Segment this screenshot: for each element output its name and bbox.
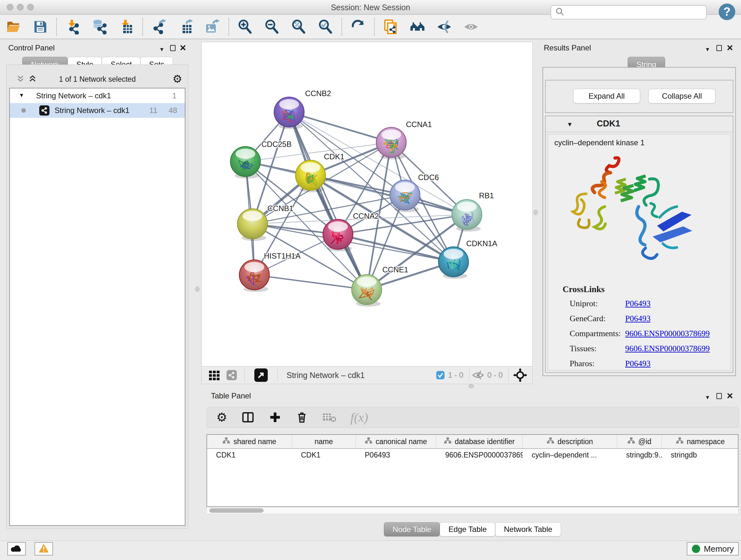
right-splitter-handle[interactable] xyxy=(534,210,538,215)
panel-menu-icon[interactable]: ▾ xyxy=(160,45,163,53)
crosslink-row: Uniprot:P06493 xyxy=(562,299,724,308)
memory-button[interactable]: Memory xyxy=(687,542,739,556)
float-panel-icon[interactable] xyxy=(717,45,722,51)
table-cell[interactable]: stringdb xyxy=(662,449,738,462)
show-all-icon[interactable] xyxy=(463,18,479,35)
node-CCNE1[interactable]: CCNE1 xyxy=(352,265,408,307)
zoom-out-icon[interactable] xyxy=(264,18,280,35)
cloud-status-button[interactable] xyxy=(7,542,26,556)
column-header-canonical-name[interactable]: canonical name xyxy=(356,435,436,448)
panel-menu-icon[interactable]: ▾ xyxy=(706,45,709,53)
bottom-splitter-handle[interactable] xyxy=(468,384,474,388)
protein-description: cyclin–dependent kinase 1 xyxy=(554,138,645,147)
network-row[interactable]: String Network – cdk1 11 48 xyxy=(10,103,185,118)
search-box[interactable] xyxy=(550,5,707,19)
collapse-all-button[interactable]: Collapse All xyxy=(649,89,716,104)
tab-edge-table[interactable]: Edge Table xyxy=(440,522,495,537)
search-input[interactable] xyxy=(564,8,698,17)
edge-CCNB2-CCNA1[interactable] xyxy=(289,112,391,142)
warning-icon xyxy=(38,543,49,554)
column-header-shared-name[interactable]: shared name xyxy=(207,435,292,448)
float-panel-icon[interactable] xyxy=(717,393,722,399)
disclosure-triangle-icon[interactable]: ▼ xyxy=(567,121,573,128)
hidden-eye-icon[interactable] xyxy=(472,370,484,380)
tab-network-table[interactable]: Network Table xyxy=(495,522,561,537)
table-cell[interactable]: CDK1 xyxy=(292,449,356,462)
delete-column-icon[interactable] xyxy=(295,411,308,424)
detach-view-icon[interactable] xyxy=(254,368,268,382)
export-image-icon[interactable] xyxy=(204,18,221,35)
expand-all-button[interactable]: Expand All xyxy=(573,89,640,104)
network-type-icon xyxy=(39,105,50,116)
open-folder-icon[interactable] xyxy=(5,18,22,35)
import-database-icon[interactable] xyxy=(91,18,108,35)
float-panel-icon[interactable] xyxy=(170,45,176,51)
network-icon[interactable] xyxy=(226,370,237,380)
node-CDKN1A[interactable]: CDKN1A xyxy=(439,239,497,279)
zoom-in-icon[interactable] xyxy=(237,18,253,35)
first-neighbors-icon[interactable] xyxy=(409,18,426,35)
import-network-icon[interactable] xyxy=(64,18,81,35)
control-panel-title: Control Panel xyxy=(8,44,55,52)
disclosure-triangle-icon[interactable]: ▼ xyxy=(19,92,24,99)
clone-network-icon[interactable] xyxy=(382,18,399,35)
node-HIST1H1A[interactable]: HIST1H1A xyxy=(239,252,300,292)
zoom-fit-icon[interactable] xyxy=(290,18,307,35)
export-network-icon[interactable] xyxy=(151,18,167,35)
node-label-CDKN1A: CDKN1A xyxy=(466,239,497,248)
import-table-icon[interactable] xyxy=(118,18,135,35)
zoom-selected-icon[interactable] xyxy=(317,18,334,35)
crosshair-icon[interactable] xyxy=(513,368,527,382)
column-header--id[interactable]: @id xyxy=(617,435,662,448)
gear-icon[interactable]: ⚙ xyxy=(173,72,182,85)
export-table-icon[interactable] xyxy=(178,18,194,35)
edge-CCNB2-CCNE1[interactable] xyxy=(289,112,367,290)
add-column-icon[interactable] xyxy=(269,411,281,424)
column-header-description[interactable]: description xyxy=(523,435,617,448)
help-button[interactable]: ? xyxy=(719,3,735,20)
crosslink-link[interactable]: 9606.ENSP00000378699 xyxy=(625,344,710,354)
panel-menu-icon[interactable]: ▾ xyxy=(706,393,709,401)
table-tabs: Node TableEdge TableNetwork Table xyxy=(206,522,738,537)
edge-HIST1H1A-CCNE1[interactable] xyxy=(254,275,367,290)
network-canvas[interactable]: CCNB2CCNA1CDC25BCDK1CDC6RB1CCNB1CCNA2CDK… xyxy=(202,42,532,366)
table-cell[interactable]: P06493 xyxy=(356,449,436,462)
current-network-bullet xyxy=(21,108,26,113)
selected-checkbox-icon[interactable] xyxy=(436,371,445,380)
crosslink-link[interactable]: P06493 xyxy=(625,359,650,368)
table-cell[interactable]: stringdb:9... xyxy=(617,449,662,462)
grid-view-icon[interactable] xyxy=(208,369,221,381)
crosslink-link[interactable]: P06493 xyxy=(625,299,650,308)
close-panel-icon[interactable]: ✕ xyxy=(179,43,186,53)
close-panel-icon[interactable]: ✕ xyxy=(726,391,733,401)
left-splitter-handle[interactable] xyxy=(195,287,199,292)
scrollbar-thumb[interactable] xyxy=(209,508,264,513)
crosslink-link[interactable]: P06493 xyxy=(625,314,650,323)
table-cell[interactable]: CDK1 xyxy=(207,449,292,462)
column-header-namespace[interactable]: namespace xyxy=(662,435,738,448)
table-settings-gear-icon[interactable]: ⚙ xyxy=(216,410,227,424)
table-row[interactable]: CDK1CDK1P064939606.ENSP00000378699cyclin… xyxy=(207,449,738,462)
refresh-icon[interactable] xyxy=(350,18,366,35)
node-RB1[interactable]: RB1 xyxy=(452,191,494,232)
table-cell[interactable]: cyclin–dependent ... xyxy=(523,449,617,462)
table-h-scrollbar[interactable] xyxy=(206,507,738,514)
tab-node-table[interactable]: Node Table xyxy=(384,522,440,537)
column-header-database-identifier[interactable]: database identifier xyxy=(436,435,523,448)
close-panel-icon[interactable]: ✕ xyxy=(726,43,733,53)
save-icon[interactable] xyxy=(32,18,49,35)
node-CDK1[interactable]: CDK1 xyxy=(295,152,344,192)
selected-counts: 1 - 0 xyxy=(448,371,463,380)
node-CCNB2[interactable]: CCNB2 xyxy=(274,89,331,129)
table-cell[interactable]: 9606.ENSP00000378699 xyxy=(436,449,523,462)
hide-selected-icon[interactable] xyxy=(436,18,453,35)
node-label-RB1: RB1 xyxy=(479,191,494,200)
network-collection-row[interactable]: ▼ String Network – cdk1 1 xyxy=(10,88,185,103)
crosslink-link[interactable]: 9606.ENSP00000378699 xyxy=(625,329,710,338)
protein-header[interactable]: ▼ CDK1 xyxy=(546,116,733,132)
column-header-name[interactable]: name xyxy=(292,435,356,448)
show-columns-icon[interactable] xyxy=(241,411,255,424)
warning-status-button[interactable] xyxy=(35,542,53,556)
crosslink-label: Uniprot: xyxy=(562,299,625,308)
node-CCNA1[interactable]: CCNA1 xyxy=(376,120,432,160)
